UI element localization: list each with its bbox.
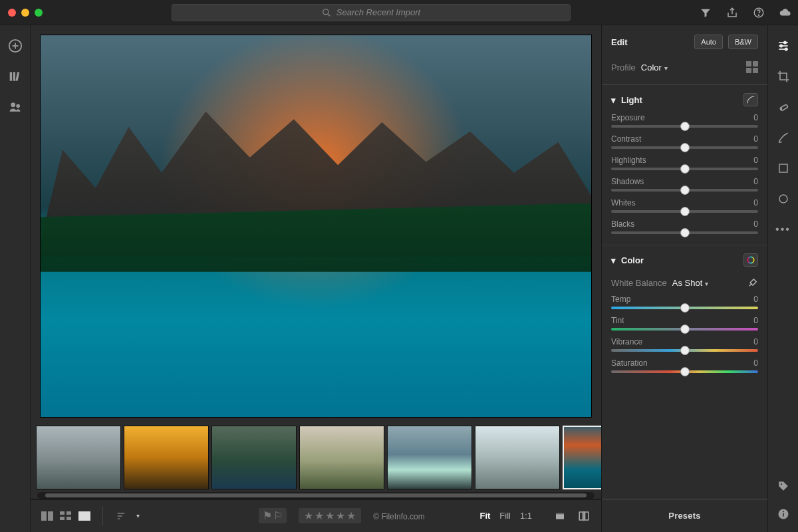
filter-icon[interactable] (700, 7, 712, 19)
thumbnail[interactable] (36, 426, 121, 489)
browse-profiles-icon[interactable] (746, 61, 758, 73)
edit-panel-title: Edit (611, 37, 628, 47)
light-section-header[interactable]: ▾ Light (602, 84, 767, 112)
radial-gradient-icon[interactable] (776, 192, 791, 206)
presets-button[interactable]: Presets (602, 499, 767, 532)
thumbnail[interactable] (475, 426, 560, 489)
white-balance-dropdown[interactable]: As Shot▾ (672, 278, 709, 288)
star-icon[interactable]: ★ (304, 509, 313, 522)
star-icon[interactable]: ★ (336, 509, 345, 522)
vibrance-slider[interactable]: Vibrance0 (602, 336, 767, 357)
svg-point-23 (783, 41, 785, 43)
divider (102, 507, 103, 525)
bottom-bar: ▾ ⚑ ⚐ ★ ★ ★ ★ ★ © FileInfo.com Fit Fill … (31, 499, 601, 532)
show-original-icon[interactable] (553, 511, 567, 521)
chevron-down-icon: ▾ (611, 95, 616, 105)
profile-dropdown[interactable]: Color▾ (641, 63, 668, 72)
svg-point-27 (785, 48, 787, 50)
blacks-slider[interactable]: Blacks0 (602, 218, 767, 239)
linear-gradient-icon[interactable] (776, 161, 791, 176)
window-controls (8, 9, 43, 17)
more-icon[interactable]: ••• (776, 222, 791, 237)
svg-rect-30 (779, 164, 787, 172)
whites-slider[interactable]: Whites0 (602, 197, 767, 218)
shadows-slider[interactable]: Shadows0 (602, 176, 767, 197)
thumbnail[interactable] (124, 426, 209, 489)
color-section-header[interactable]: ▾ Color (602, 245, 767, 272)
zoom-fill[interactable]: Fill (499, 511, 511, 521)
cloud-icon[interactable] (779, 7, 791, 19)
light-label: Light (621, 95, 642, 105)
chevron-down-icon: ▾ (664, 65, 668, 72)
flag-reject-icon[interactable]: ⚐ (273, 509, 283, 522)
svg-point-35 (783, 511, 784, 512)
sharing-icon[interactable] (8, 100, 23, 114)
compare-icon[interactable] (577, 510, 591, 522)
thumbnail[interactable] (387, 426, 472, 489)
profile-label: Profile (611, 63, 636, 72)
svg-rect-19 (585, 512, 589, 520)
saturation-slider[interactable]: Saturation0 (602, 357, 767, 378)
svg-rect-8 (13, 72, 15, 80)
center-area: ▾ ⚑ ⚐ ★ ★ ★ ★ ★ © FileInfo.com Fit Fill … (31, 25, 601, 532)
zoom-11[interactable]: 1:1 (520, 511, 532, 521)
auto-button[interactable]: Auto (694, 35, 723, 49)
bw-button[interactable]: B&W (728, 35, 758, 49)
contrast-slider[interactable]: Contrast0 (602, 133, 767, 154)
temp-slider[interactable]: Temp0 (602, 293, 767, 315)
svg-point-0 (323, 9, 329, 14)
edit-panel: Edit Auto B&W Profile Color▾ ▾ Light Exp… (601, 25, 767, 532)
exposure-slider[interactable]: Exposure0 (602, 112, 767, 133)
crop-icon[interactable] (776, 69, 791, 84)
fullscreen-window-icon[interactable] (35, 9, 43, 17)
search-input[interactable]: Search Recent Import (172, 4, 571, 21)
highlights-slider[interactable]: Highlights0 (602, 154, 767, 176)
filmstrip[interactable] (31, 423, 601, 489)
square-grid-view-icon[interactable] (60, 511, 72, 521)
color-mixer-icon[interactable] (743, 253, 758, 267)
share-icon[interactable] (726, 7, 738, 19)
edit-sliders-icon[interactable] (776, 39, 791, 53)
keywords-icon[interactable] (776, 479, 791, 493)
right-toolbar: ••• (767, 25, 798, 532)
color-label: Color (621, 255, 644, 265)
svg-line-1 (328, 13, 331, 16)
svg-point-21 (747, 257, 753, 263)
add-photos-icon[interactable] (8, 39, 23, 53)
copyright-text: © FileInfo.com (373, 512, 425, 521)
svg-rect-17 (556, 513, 564, 514)
grid-view-icon[interactable] (41, 511, 53, 521)
my-photos-icon[interactable] (8, 69, 23, 84)
tint-slider[interactable]: Tint0 (602, 315, 767, 336)
search-icon (322, 8, 331, 17)
svg-rect-28 (779, 104, 788, 111)
white-balance-label: White Balance (611, 278, 667, 288)
help-icon[interactable] (753, 7, 765, 19)
svg-point-32 (780, 483, 781, 485)
chevron-down-icon: ▾ (705, 280, 708, 287)
photo-viewer[interactable] (31, 25, 601, 423)
sort-dropdown[interactable]: ▾ (115, 511, 140, 521)
brush-icon[interactable] (776, 130, 791, 145)
eyedropper-icon[interactable] (747, 277, 758, 288)
svg-point-10 (11, 102, 15, 107)
svg-point-3 (758, 15, 759, 15)
close-window-icon[interactable] (8, 9, 16, 17)
single-view-icon[interactable] (78, 511, 90, 521)
thumbnail[interactable] (299, 426, 384, 489)
info-icon[interactable] (776, 507, 791, 521)
thumbnail[interactable] (211, 426, 297, 489)
star-rating[interactable]: ★ ★ ★ ★ ★ (299, 508, 361, 523)
svg-point-29 (780, 108, 781, 110)
star-icon[interactable]: ★ (315, 509, 324, 522)
main-photo (40, 35, 592, 418)
minimize-window-icon[interactable] (21, 9, 29, 17)
tone-curve-icon[interactable] (743, 93, 758, 106)
filmstrip-scrollbar[interactable] (37, 492, 595, 499)
star-icon[interactable]: ★ (346, 509, 356, 522)
star-icon[interactable]: ★ (325, 509, 334, 522)
healing-brush-icon[interactable] (776, 100, 791, 114)
zoom-fit[interactable]: Fit (479, 511, 490, 521)
flag-pick-icon[interactable]: ⚑ (263, 509, 272, 522)
thumbnail-selected[interactable] (563, 426, 601, 489)
